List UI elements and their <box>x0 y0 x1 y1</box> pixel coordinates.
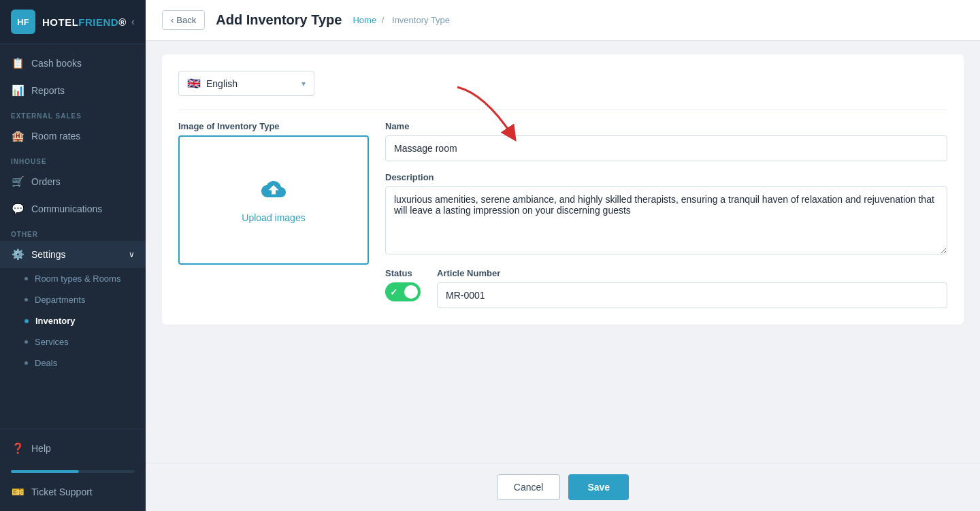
breadcrumb: Home / Inventory Type <box>353 15 453 25</box>
breadcrumb-current: Inventory Type <box>392 15 450 25</box>
image-section-label: Image of Inventory Type <box>178 121 369 131</box>
cash-books-icon: 📋 <box>11 56 24 70</box>
settings-chevron-icon: ∨ <box>129 250 135 259</box>
settings-icon: ⚙️ <box>11 248 24 261</box>
back-button[interactable]: ‹ Back <box>162 10 205 30</box>
annotation-arrow-2 <box>146 339 158 407</box>
back-arrow-icon: ‹ <box>171 15 174 25</box>
save-button[interactable]: Save <box>568 474 629 500</box>
language-flag-icon: 🇬🇧 <box>187 77 201 90</box>
form-main-row: Image of Inventory Type Upload images <box>178 121 947 308</box>
sidebar-progress <box>0 462 146 478</box>
toggle-check-icon: ✓ <box>390 287 397 297</box>
status-label: Status <box>385 268 421 278</box>
sidebar-item-settings[interactable]: ⚙️ Settings ∨ <box>0 241 146 268</box>
sidebar: HF HOTELFRIEND® ‹ 📋 Cash books 📊 Reports… <box>0 0 146 511</box>
name-label: Name <box>385 121 947 131</box>
form-divider <box>178 110 947 110</box>
sub-dot-inactive <box>24 298 28 301</box>
sidebar-bottom: ❓ Help 🎫 Ticket Support <box>0 429 146 511</box>
language-chevron-icon: ▾ <box>301 79 306 88</box>
page-header: ‹ Back Add Inventory Type Home / Invento… <box>146 0 980 41</box>
description-field-group: Description <box>385 172 947 257</box>
form-fields-column: Name Description Status <box>385 121 947 308</box>
sidebar-item-communications[interactable]: 💬 Communications <box>0 195 146 222</box>
progress-bar-bg <box>11 470 135 473</box>
upload-box[interactable]: Upload images <box>178 135 369 265</box>
description-textarea[interactable] <box>385 186 947 254</box>
sidebar-item-reports[interactable]: 📊 Reports <box>0 77 146 104</box>
form-image-column: Image of Inventory Type Upload images <box>178 121 369 308</box>
orders-icon: 🛒 <box>11 175 24 188</box>
logo-icon: HF <box>11 10 35 34</box>
toggle-slider: ✓ <box>385 282 421 301</box>
sidebar-item-ticket-support[interactable]: 🎫 Ticket Support <box>0 478 146 506</box>
name-input[interactable] <box>385 135 947 161</box>
upload-icon <box>261 177 286 207</box>
language-label: English <box>206 78 238 89</box>
sub-dot-active <box>24 319 29 323</box>
section-label-other: OTHER <box>0 222 146 241</box>
room-rates-icon: 🏨 <box>11 129 24 143</box>
cancel-button[interactable]: Cancel <box>497 474 561 500</box>
content-area: 🇬🇧 English ▾ Ima <box>146 41 980 463</box>
breadcrumb-home[interactable]: Home <box>353 15 376 25</box>
sub-dot-inactive <box>24 340 28 344</box>
section-label-external-sales: EXTERNAL SALES <box>0 104 146 122</box>
communications-icon: 💬 <box>11 202 24 216</box>
description-label: Description <box>385 172 947 182</box>
app-name: HOTELFRIEND® <box>42 16 127 28</box>
sidebar-sub-item-deals[interactable]: Deals <box>0 352 146 374</box>
status-toggle[interactable]: ✓ <box>385 282 421 301</box>
form-card: 🇬🇧 English ▾ Ima <box>162 54 964 325</box>
section-label-inhouse: INHOUSE <box>0 150 146 168</box>
status-column: Status ✓ <box>385 268 421 301</box>
footer-actions: Cancel Save <box>146 463 980 511</box>
name-field-group: Name <box>385 121 947 161</box>
sub-dot-inactive <box>24 277 28 280</box>
sidebar-item-cash-books[interactable]: 📋 Cash books <box>0 50 146 77</box>
sidebar-item-room-rates[interactable]: 🏨 Room rates <box>0 122 146 150</box>
progress-bar-fill <box>11 470 79 473</box>
sidebar-sub-item-departments[interactable]: Departments <box>0 289 146 310</box>
language-selector[interactable]: 🇬🇧 English ▾ <box>178 71 314 96</box>
status-toggle-container: ✓ <box>385 282 421 301</box>
article-number-input[interactable] <box>437 282 947 308</box>
sidebar-sub-item-services[interactable]: Services <box>0 331 146 352</box>
page-title: Add Inventory Type <box>216 12 342 28</box>
sidebar-sub-item-inventory[interactable]: Inventory <box>0 310 146 331</box>
reports-icon: 📊 <box>11 84 24 97</box>
help-icon: ❓ <box>11 442 24 455</box>
sub-dot-inactive <box>24 361 28 365</box>
upload-label: Upload images <box>242 212 305 223</box>
ticket-icon: 🎫 <box>11 485 24 499</box>
breadcrumb-separator: / <box>382 15 385 25</box>
status-article-row: Status ✓ <box>385 268 947 308</box>
sidebar-logo: HF HOTELFRIEND® ‹ <box>0 0 146 44</box>
sidebar-item-orders[interactable]: 🛒 Orders <box>0 168 146 195</box>
toggle-knob <box>404 285 418 299</box>
article-number-label: Article Number <box>437 268 947 278</box>
sidebar-sub-item-room-types[interactable]: Room types & Rooms <box>0 268 146 289</box>
form-body: Image of Inventory Type Upload images <box>178 121 947 308</box>
sidebar-item-help[interactable]: ❓ Help <box>0 435 146 462</box>
collapse-sidebar-button[interactable]: ‹ <box>131 16 135 28</box>
main-area: ‹ Back Add Inventory Type Home / Invento… <box>146 0 980 511</box>
article-number-column: Article Number <box>437 268 947 308</box>
sidebar-nav: 📋 Cash books 📊 Reports EXTERNAL SALES 🏨 … <box>0 44 146 429</box>
